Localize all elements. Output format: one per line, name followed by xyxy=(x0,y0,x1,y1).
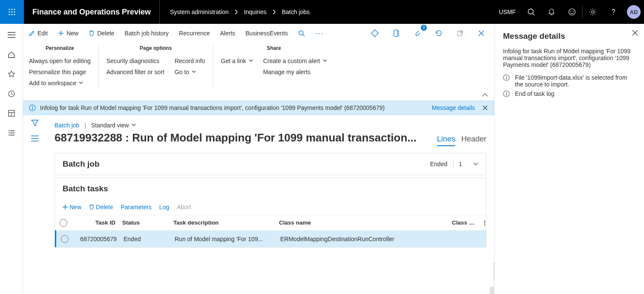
manage-my-alerts[interactable]: Manage my alerts xyxy=(263,66,327,78)
form-sidebar xyxy=(23,115,47,294)
filter-button[interactable] xyxy=(298,30,305,37)
close-icon xyxy=(483,105,488,110)
home-button[interactable] xyxy=(5,48,18,61)
filter-pane-button[interactable] xyxy=(31,119,39,127)
col-class-name[interactable]: Class name xyxy=(276,219,420,226)
security-diagnostics[interactable]: Security diagnostics xyxy=(106,55,164,66)
options-ribbon: Personalize Always open for editing Pers… xyxy=(23,43,494,93)
top-bar: Finance and Operations Preview System ad… xyxy=(0,0,644,24)
message-details-panel: Message details Infolog for task Run of … xyxy=(494,24,644,294)
select-all-checkbox[interactable] xyxy=(60,219,67,227)
col-status[interactable]: Status xyxy=(119,219,170,226)
app-launcher[interactable] xyxy=(0,0,24,24)
batch-job-history-button[interactable]: Batch job history xyxy=(125,30,169,37)
svg-line-10 xyxy=(533,14,535,15)
alerts-button[interactable]: Alerts xyxy=(220,30,235,37)
search-button[interactable] xyxy=(521,0,541,24)
modules-button[interactable] xyxy=(5,126,18,140)
page-options-header: Page options xyxy=(106,45,205,55)
svg-point-13 xyxy=(573,11,574,12)
question-icon xyxy=(610,8,617,16)
refresh-button[interactable] xyxy=(432,26,446,40)
funnel-icon xyxy=(31,119,39,127)
new-button[interactable]: New xyxy=(58,30,78,37)
modules-icon xyxy=(8,129,15,137)
user-avatar[interactable]: AD xyxy=(624,0,644,24)
svg-point-7 xyxy=(11,14,12,15)
grid-more-icon[interactable]: ⋮ xyxy=(478,219,486,226)
tasks-parameters-button[interactable]: Parameters xyxy=(121,204,151,210)
personalize-this-page[interactable]: Personalize this page xyxy=(29,66,91,78)
svg-point-30 xyxy=(506,92,507,93)
recurrence-button[interactable]: Recurrence xyxy=(179,30,210,37)
grid-header: Task ID Status Task description Class na… xyxy=(55,215,486,230)
create-custom-alert[interactable]: Create a custom alert xyxy=(263,55,327,66)
pencil-icon xyxy=(29,30,35,36)
batch-job-card: Batch job Ended 1 xyxy=(55,153,486,175)
chevron-down-icon xyxy=(473,162,478,166)
close-infolog[interactable] xyxy=(483,105,488,110)
tasks-new-button[interactable]: New xyxy=(63,204,81,210)
collapse-ribbon[interactable] xyxy=(482,93,488,97)
view-selector[interactable]: Standard view xyxy=(91,122,136,129)
entity-link[interactable]: Batch job xyxy=(55,122,79,129)
scrollbar[interactable] xyxy=(490,286,494,294)
crumb-2[interactable]: Inquiries xyxy=(244,9,267,15)
svg-point-20 xyxy=(299,31,303,35)
waffle-icon xyxy=(8,8,16,16)
col-class-description[interactable]: Class des xyxy=(448,219,478,226)
help-button[interactable] xyxy=(603,0,624,24)
batch-tasks-grid: Task ID Status Task description Class na… xyxy=(55,215,486,247)
open-office-button[interactable] xyxy=(389,26,403,40)
list-pane-button[interactable] xyxy=(31,135,39,141)
app-title: Finance and Operations Preview xyxy=(24,0,160,24)
col-task-id[interactable]: Task ID xyxy=(72,219,119,226)
more-commands[interactable]: ··· xyxy=(315,29,324,38)
chevron-right-icon xyxy=(235,9,238,14)
smiley-button[interactable] xyxy=(562,0,582,24)
search-icon xyxy=(527,8,535,16)
always-open-editing[interactable]: Always open for editing xyxy=(29,55,91,66)
table-row[interactable]: 68720005679 Ended Run of Model mapping '… xyxy=(55,230,486,247)
go-to[interactable]: Go to xyxy=(175,66,205,78)
related-info-button[interactable] xyxy=(368,26,382,40)
company-selector[interactable]: USMF xyxy=(494,0,521,24)
get-a-link[interactable]: Get a link xyxy=(221,55,253,66)
advanced-filter[interactable]: Advanced filter or sort xyxy=(106,66,164,78)
delete-button[interactable]: Delete xyxy=(89,30,114,37)
tasks-delete-button[interactable]: Delete xyxy=(89,204,113,210)
tab-header[interactable]: Header xyxy=(461,135,486,145)
info-icon xyxy=(503,74,511,81)
notifications-button[interactable] xyxy=(541,0,562,24)
action-bar: Edit New Delete Batch job history Recurr… xyxy=(23,24,494,43)
svg-point-8 xyxy=(14,14,15,15)
crumb-3[interactable]: Batch jobs xyxy=(282,9,310,15)
popout-icon xyxy=(457,30,463,37)
workspaces-button[interactable] xyxy=(5,107,18,120)
close-form-button[interactable] xyxy=(474,26,488,40)
recent-button[interactable] xyxy=(5,87,18,101)
tab-lines[interactable]: Lines xyxy=(437,135,455,146)
message-details-link[interactable]: Message details xyxy=(432,104,475,111)
expand-card[interactable] xyxy=(473,162,478,166)
main-area: Edit New Delete Batch job history Recurr… xyxy=(23,24,494,294)
svg-rect-28 xyxy=(506,77,506,80)
attachments-button[interactable]: 0 xyxy=(411,26,424,40)
tasks-log-button[interactable]: Log xyxy=(159,204,169,210)
hamburger-button[interactable] xyxy=(5,28,18,42)
settings-button[interactable] xyxy=(583,0,603,24)
popout-button[interactable] xyxy=(453,26,467,40)
record-info[interactable]: Record info xyxy=(175,55,205,66)
close-icon xyxy=(632,30,638,36)
batch-job-card-title: Batch job xyxy=(63,159,100,169)
page-title: 68719932288 : Run of Model mapping 'For … xyxy=(55,131,431,144)
edit-button[interactable]: Edit xyxy=(29,30,48,37)
col-task-description[interactable]: Task description xyxy=(170,219,276,226)
business-events-button[interactable]: BusinessEvents xyxy=(245,30,288,37)
close-panel-button[interactable] xyxy=(632,30,638,36)
row-checkbox[interactable] xyxy=(61,235,69,243)
add-to-workspace[interactable]: Add to workspace xyxy=(29,78,91,89)
favorites-button[interactable] xyxy=(5,67,18,81)
crumb-1[interactable]: System administration xyxy=(170,9,229,15)
svg-line-21 xyxy=(303,35,305,36)
